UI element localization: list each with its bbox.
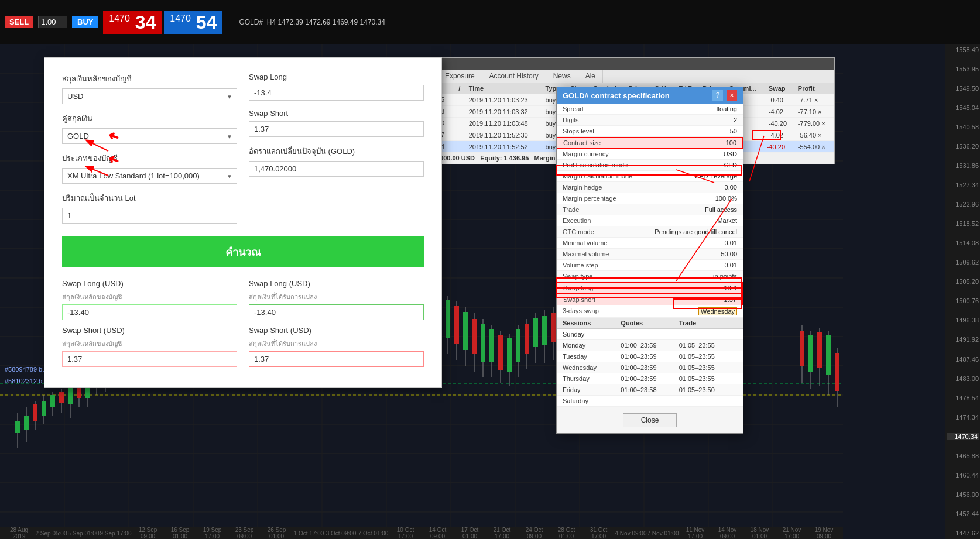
- result-ss-val2: 1.37: [249, 351, 424, 367]
- dialog-title-buttons: ? ×: [712, 90, 737, 101]
- session-row-tuesday: Tuesday 01:00–23:59 01:05–23:55: [557, 351, 743, 362]
- calculator-panel: สกุลเงินหลักของบัญชี USD คู่สกุลเงิน GOL…: [44, 57, 442, 388]
- spec-row-vol-step: Volume step 0.01: [557, 260, 743, 271]
- contract-body: Spread floating Digits 2 Stops level 50 …: [557, 104, 743, 407]
- current-rate-label: อัตราแลกเปลี่ยนปัจจุบัน (GOLD): [249, 145, 424, 157]
- currency-label: สกุลเงินหลักของบัญชี: [62, 73, 237, 85]
- result-sl-val2: -13.40: [249, 304, 424, 320]
- spec-row-swap-type: Swap type in points: [557, 271, 743, 282]
- sell-button[interactable]: SELL: [5, 16, 33, 28]
- svg-rect-151: [542, 316, 547, 345]
- contract-dialog-title: GOLD# contract specification ? ×: [557, 87, 743, 104]
- col-slash: /: [455, 83, 465, 94]
- col-swap: Swap: [765, 83, 794, 94]
- svg-rect-131: [454, 306, 459, 344]
- buy-price-main: 54: [196, 12, 217, 33]
- swap-long-input[interactable]: [249, 85, 424, 101]
- buy-price-prefix: 1470: [170, 13, 191, 23]
- result-ss-sub2: สกุลเงินที่ได้รับการแปลง: [249, 338, 424, 349]
- pair-label: คู่สกุลเงิน: [62, 112, 237, 125]
- sell-price-prefix: 1470: [109, 13, 130, 23]
- svg-rect-129: [446, 300, 450, 338]
- terminal-tabs: Trade Exposure Account History News Ale: [402, 70, 834, 83]
- svg-rect-135: [472, 319, 477, 354]
- swap-short-input[interactable]: [249, 121, 424, 137]
- spec-row-execution: Execution Market: [557, 215, 743, 226]
- buy-button[interactable]: BUY: [72, 16, 98, 28]
- spec-row-swap-short: Swap short 1.37: [557, 294, 743, 305]
- contract-footer: Close: [557, 407, 743, 433]
- tab-ale[interactable]: Ale: [578, 70, 603, 83]
- spec-row-min-vol: Minimal volume 0.01: [557, 238, 743, 249]
- spec-row-trade: Trade Full access: [557, 204, 743, 215]
- session-row-thursday: Thursday 01:00–23:59 01:05–23:55: [557, 373, 743, 384]
- close-dialog-button[interactable]: Close: [623, 413, 677, 427]
- spec-row-stops: Stops level 50: [557, 126, 743, 137]
- svg-text:#58094789 buy: #58094789 buy: [5, 366, 49, 373]
- svg-rect-163: [835, 353, 839, 391]
- lot-label: ปริมาณเป็นจำนวน Lot: [62, 192, 237, 204]
- swap-long-label: Swap Long: [249, 73, 424, 81]
- result-ss-label1: Swap Short (USD): [62, 326, 237, 335]
- swap-short-label: Swap Short: [249, 109, 424, 118]
- price-axis: 1558.49 1553.95 1549.50 1545.04 1540.58 …: [945, 44, 980, 539]
- svg-rect-137: [481, 324, 485, 362]
- terminal-title-bar: Terminal: [402, 58, 834, 70]
- tab-exposure[interactable]: Exposure: [438, 70, 482, 83]
- sell-price-main: 34: [135, 12, 156, 33]
- chart-title: GOLD#_H4 1472.39 1472.69 1469.49 1470.34: [239, 18, 385, 26]
- svg-rect-159: [817, 332, 822, 368]
- tab-news[interactable]: News: [546, 70, 578, 83]
- account-type-label: ประเภทของบัญชี: [62, 152, 237, 164]
- lot-input[interactable]: [38, 16, 67, 28]
- svg-rect-149: [533, 318, 538, 347]
- currency-select[interactable]: USD: [62, 88, 237, 104]
- account-type-select[interactable]: XM Ultra Low Standard (1 lot=100,000): [62, 168, 237, 184]
- svg-rect-145: [516, 329, 520, 362]
- account-type-select-wrapper[interactable]: XM Ultra Low Standard (1 lot=100,000): [62, 168, 237, 184]
- result-sl-label2: Swap Long (USD): [249, 279, 424, 288]
- price-display: 1470 34 1470 54: [103, 11, 222, 34]
- svg-rect-161: [826, 335, 831, 375]
- session-row-friday: Friday 01:00–23:58 01:05–23:50: [557, 384, 743, 396]
- tab-account-history[interactable]: Account History: [482, 70, 546, 83]
- svg-rect-133: [463, 312, 468, 350]
- pair-select[interactable]: GOLD: [62, 128, 237, 144]
- sessions-header: Sessions Quotes Trade: [557, 318, 743, 329]
- sell-price: 1470 34: [103, 11, 162, 34]
- svg-rect-35: [33, 404, 37, 421]
- spec-row-contract-size: Contract size 100: [557, 137, 743, 149]
- spec-row-spread: Spread floating: [557, 104, 743, 115]
- result-sl-label1: Swap Long (USD): [62, 279, 237, 288]
- result-sl-sub1: สกุลเงินหลักของบัญชี: [62, 291, 237, 302]
- svg-rect-39: [50, 395, 55, 407]
- contract-dialog: GOLD# contract specification ? × Spread …: [556, 87, 743, 434]
- session-row-monday: Monday 01:00–23:59 01:05–23:55: [557, 340, 743, 351]
- x-axis: 28 Aug 2019 2 Sep 05:00 5 Sep 01:00 9 Se…: [0, 527, 843, 539]
- lot-input-calc[interactable]: [62, 208, 237, 224]
- result-ss-label2: Swap Short (USD): [249, 326, 424, 335]
- svg-rect-157: [808, 335, 813, 372]
- spec-row-3days-swap: 3-days swap Wednesday: [557, 305, 743, 318]
- result-ss-val1: 1.37: [62, 351, 237, 367]
- dialog-close-x-button[interactable]: ×: [727, 90, 737, 101]
- currency-select-wrapper[interactable]: USD: [62, 88, 237, 104]
- pair-select-wrapper[interactable]: GOLD: [62, 128, 237, 144]
- calculate-button[interactable]: คำนวณ: [62, 236, 424, 267]
- svg-rect-31: [15, 421, 20, 433]
- current-rate-input[interactable]: [249, 161, 424, 177]
- session-row-wednesday: Wednesday 01:00–23:59 01:05–23:55: [557, 362, 743, 373]
- svg-rect-139: [489, 329, 494, 362]
- col-profit: Profit: [794, 83, 834, 94]
- spec-row-margin-currency: Margin currency USD: [557, 149, 743, 160]
- spec-row-gtc: GTC mode Pendings are good till cancel: [557, 226, 743, 238]
- spec-row-margin-hedge: Margin hedge 0.00: [557, 182, 743, 193]
- buy-price: 1470 54: [164, 11, 222, 34]
- spec-row-digits: Digits 2: [557, 115, 743, 126]
- svg-rect-147: [525, 324, 529, 354]
- svg-rect-37: [42, 401, 46, 416]
- svg-rect-155: [800, 331, 804, 366]
- result-ss-sub1: สกุลเงินหลักของบัญชี: [62, 338, 237, 349]
- svg-rect-143: [507, 338, 512, 372]
- help-button[interactable]: ?: [712, 90, 723, 101]
